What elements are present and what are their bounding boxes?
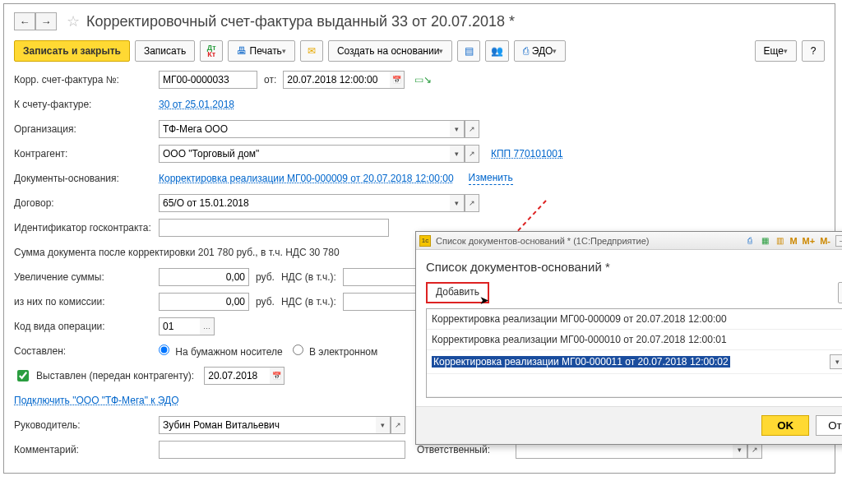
main-toolbar: Записать и закрыть Записать ДтКт 🖶 Печат… — [14, 40, 825, 62]
save-close-button[interactable]: Записать и закрыть — [14, 40, 130, 62]
kpp-link[interactable]: КПП 770101001 — [491, 148, 563, 160]
contract-open-icon[interactable]: ↗ — [465, 194, 479, 212]
ok-button[interactable]: OK — [761, 415, 809, 436]
org-label: Организация: — [14, 123, 159, 135]
to-invoice-link[interactable]: 30 от 25.01.2018 — [159, 99, 234, 110]
paper-radio[interactable] — [159, 344, 169, 355]
basis-docs-popup: 1c Список документов-оснований * (1С:Пре… — [415, 231, 842, 445]
issued-date-input[interactable] — [204, 367, 270, 385]
org-open-icon[interactable]: ↗ — [465, 120, 479, 138]
contract-input[interactable] — [159, 194, 450, 212]
counterparty-input[interactable] — [159, 145, 450, 163]
contract-label: Договор: — [14, 197, 159, 209]
counterparty-label: Контрагент: — [14, 148, 159, 160]
popup-grid-icon[interactable]: ▦ — [758, 234, 771, 247]
popup-footer: OK Отмена — [416, 406, 842, 444]
popup-titlebar[interactable]: 1c Список документов-оснований * (1С:Пре… — [416, 232, 842, 250]
list-item[interactable]: Корректировка реализации МГ00-000009 от … — [427, 309, 842, 330]
add-button[interactable]: Добавить ➤ — [426, 282, 489, 303]
change-link[interactable]: Изменить — [469, 172, 513, 185]
head-label: Руководитель: — [14, 419, 159, 431]
counterparty-open-icon[interactable]: ↗ — [465, 145, 479, 163]
forward-button[interactable]: → — [35, 12, 57, 30]
create-based-button[interactable]: Создать на основании — [328, 40, 453, 62]
post-status-icon[interactable]: ▭↘ — [414, 74, 432, 86]
org-dropdown-icon[interactable]: ▾ — [450, 120, 465, 138]
connect-edo-link[interactable]: Подключить "ООО "ТФ-Мега" к ЭДО — [14, 395, 179, 406]
dtkt-icon: ДтКт — [207, 44, 216, 58]
calendar-icon[interactable]: 📅 — [390, 71, 405, 89]
head-dropdown-icon[interactable]: ▾ — [376, 416, 391, 434]
electronic-radio-label[interactable]: В электронном — [293, 344, 378, 358]
email-button[interactable]: ✉ — [300, 40, 323, 62]
org-input[interactable] — [159, 120, 450, 138]
from-label: от: — [264, 74, 276, 86]
popup-more-button[interactable]: Еще — [838, 282, 842, 303]
responsible-label: Ответственный: — [417, 444, 516, 455]
to-invoice-label: К счету-фактуре: — [14, 99, 159, 110]
app-1c-icon: 1c — [419, 235, 431, 247]
favorite-star-icon[interactable]: ☆ — [67, 12, 80, 30]
cursor-icon: ➤ — [479, 294, 489, 307]
op-code-select-icon[interactable]: … — [200, 317, 215, 335]
mail-icon: ✉ — [308, 45, 316, 57]
electronic-radio[interactable] — [293, 344, 303, 355]
popup-print-icon[interactable]: ⎙ — [743, 234, 756, 247]
contract-dropdown-icon[interactable]: ▾ — [450, 194, 465, 212]
date-input[interactable] — [283, 71, 390, 89]
help-button[interactable]: ? — [802, 40, 825, 62]
list-item[interactable]: Корректировка реализации МГ00-000010 от … — [427, 330, 842, 350]
issued-label: Выставлен (передан контрагенту): — [36, 370, 194, 381]
more-button[interactable]: Еще — [755, 40, 797, 62]
people-button[interactable]: 👥 — [485, 40, 509, 62]
paper-radio-label[interactable]: На бумажном носителе — [159, 344, 283, 358]
people-icon: 👥 — [491, 45, 503, 57]
issued-checkbox[interactable] — [17, 370, 29, 381]
back-button[interactable]: ← — [14, 12, 35, 30]
counterparty-dropdown-icon[interactable]: ▾ — [450, 145, 465, 163]
nds-label-1: НДС (в т.ч.): — [281, 271, 336, 283]
composed-label: Составлен: — [14, 345, 159, 357]
rub-label-1: руб. — [256, 271, 275, 283]
empty-row — [427, 374, 842, 397]
basis-label: Документы-основания: — [14, 173, 159, 184]
edo-icon: ⎙ — [523, 45, 529, 57]
rub-label-2: руб. — [256, 296, 275, 307]
popup-window-title: Список документов-оснований * (1С:Предпр… — [436, 236, 743, 246]
row-dropdown-icon[interactable]: ▾ — [830, 354, 842, 369]
m-minus-button[interactable]: M- — [818, 236, 832, 246]
printer-icon: 🖶 — [237, 45, 247, 57]
issued-calendar-icon[interactable]: 📅 — [270, 367, 285, 385]
head-input[interactable] — [159, 416, 376, 434]
related-docs-button[interactable]: ▤ — [457, 40, 480, 62]
op-code-label: Код вида операции: — [14, 321, 159, 332]
nds-label-2: НДС (в т.ч.): — [281, 296, 336, 307]
op-code-input[interactable] — [159, 317, 200, 335]
edo-button[interactable]: ⎙ ЭДО — [514, 40, 566, 62]
title-bar: ← → ☆ Корректировочный счет-фактура выда… — [14, 12, 825, 30]
goscontract-label: Идентификатор госконтракта: — [14, 222, 159, 234]
comment-label: Комментарий: — [14, 444, 159, 455]
print-button[interactable]: 🖶 Печать — [228, 40, 295, 62]
increase-input[interactable] — [159, 268, 249, 286]
popup-title: Список документов-оснований * — [426, 260, 842, 274]
cancel-button[interactable]: Отмена — [816, 415, 842, 436]
basis-link[interactable]: Корректировка реализации МГ00-000009 от … — [159, 173, 454, 184]
minimize-button[interactable]: — — [835, 235, 842, 247]
commission-input[interactable] — [159, 293, 249, 311]
stack-icon: ▤ — [465, 45, 474, 57]
head-open-icon[interactable]: ↗ — [391, 416, 405, 434]
sum-text: Сумма документа после корректировки 201 … — [14, 247, 340, 258]
number-label: Корр. счет-фактура №: — [14, 74, 159, 86]
m-plus-button[interactable]: M+ — [801, 236, 817, 246]
save-button[interactable]: Записать — [135, 40, 195, 62]
number-input[interactable] — [159, 71, 257, 89]
popup-calendar-icon[interactable]: ▥ — [773, 234, 786, 247]
commission-label: из них по комиссии: — [14, 296, 159, 307]
comment-input[interactable] — [159, 441, 405, 459]
goscontract-input[interactable] — [159, 219, 389, 237]
m-button[interactable]: M — [788, 236, 798, 246]
dtkt-button[interactable]: ДтКт — [200, 40, 223, 62]
page-title: Корректировочный счет-фактура выданный 3… — [86, 13, 515, 30]
list-item[interactable]: Корректировка реализации МГ00-000011 от … — [427, 350, 842, 374]
